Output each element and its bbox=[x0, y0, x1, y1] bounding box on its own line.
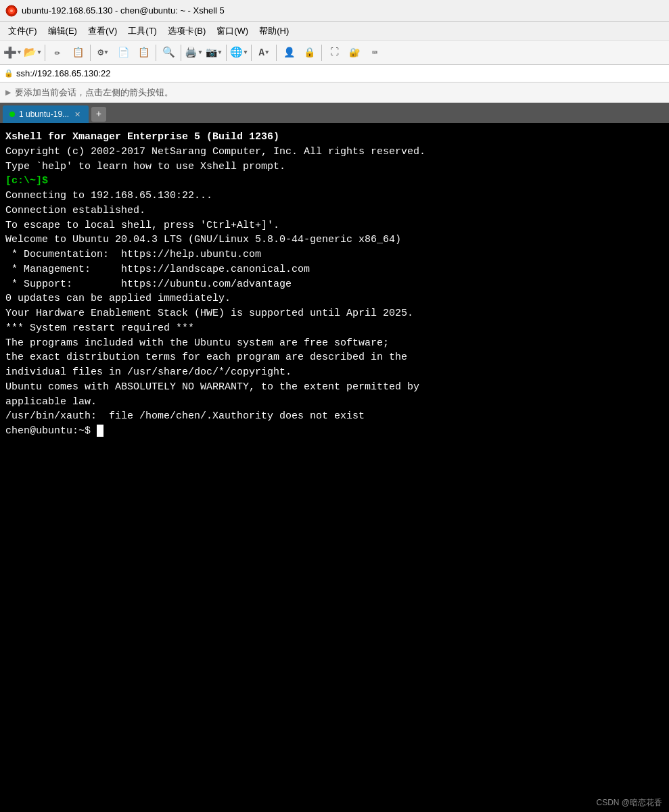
toolbar-sep-8 bbox=[321, 45, 322, 61]
terminal-line: Type `help' to learn how to use Xshell p… bbox=[5, 160, 664, 174]
window-title: ubuntu-192.168.65.130 - chen@ubuntu: ~ -… bbox=[22, 5, 225, 16]
profile2-button[interactable]: 🔒 bbox=[300, 43, 319, 62]
edit-button[interactable]: ✏️ bbox=[48, 43, 67, 62]
search-button[interactable]: 🔍 bbox=[159, 43, 178, 62]
menu-item[interactable]: 窗口(W) bbox=[211, 23, 254, 39]
tabbar: 1 ubuntu-19... ✕ + bbox=[0, 103, 669, 123]
settings-button[interactable]: ⚙️▼ bbox=[93, 43, 112, 62]
lock-icon: 🔒 bbox=[4, 69, 14, 78]
tab-label: 1 ubuntu-19... bbox=[19, 110, 69, 119]
menu-item[interactable]: 编辑(E) bbox=[43, 23, 83, 39]
terminal-line: Connecting to 192.168.65.130:22... bbox=[5, 189, 664, 204]
tab-close-button[interactable]: ✕ bbox=[73, 110, 82, 119]
open-button[interactable]: 📂▼ bbox=[23, 43, 42, 62]
paste-button[interactable]: 📋 bbox=[134, 43, 153, 62]
terminal-line: individual files in /usr/share/doc/*/cop… bbox=[5, 365, 664, 380]
terminal-line: the exact distribution terms for each pr… bbox=[5, 350, 664, 365]
toolbar-sep-5 bbox=[226, 45, 227, 61]
svg-point-2 bbox=[10, 9, 13, 12]
toolbar-sep-6 bbox=[251, 45, 252, 61]
terminal-tab[interactable]: 1 ubuntu-19... ✕ bbox=[3, 105, 89, 123]
terminal-line: [c:\~]$ bbox=[5, 174, 664, 189]
toolbar-sep-1 bbox=[45, 45, 45, 61]
font-button[interactable]: A▼ bbox=[254, 43, 273, 62]
menubar: 文件(F)编辑(E)查看(V)工具(T)选项卡(B)窗口(W)帮助(H) bbox=[0, 22, 669, 41]
infobar-message: 要添加当前会话，点击左侧的箭头按钮。 bbox=[15, 87, 173, 99]
toolbar-sep-3 bbox=[156, 45, 156, 61]
watermark: CSDN @暗恋花香 bbox=[0, 793, 669, 812]
terminal-line: /usr/bin/xauth: file /home/chen/.Xauthor… bbox=[5, 409, 664, 424]
terminal-line: * Documentation: https://help.ubuntu.com bbox=[5, 247, 664, 262]
menu-item[interactable]: 文件(F) bbox=[3, 23, 43, 39]
menu-item[interactable]: 工具(T) bbox=[122, 23, 162, 39]
terminal-line: * Support: https://ubuntu.com/advantage bbox=[5, 277, 664, 292]
terminal-area[interactable]: Xshell for Xmanager Enterprise 5 (Build … bbox=[0, 123, 669, 793]
toolbar: ➕▼ 📂▼ ✏️ 📋 ⚙️▼ 📄 📋 🔍 🖨️▼ 📷▼ 🌐▼ A▼ 👤 🔒 bbox=[0, 41, 669, 65]
tab-status-dot bbox=[9, 112, 15, 117]
terminal-line: *** System restart required *** bbox=[5, 321, 664, 336]
terminal-line: Your Hardware Enablement Stack (HWE) is … bbox=[5, 306, 664, 321]
terminal-line: Connection established. bbox=[5, 204, 664, 218]
copy-button[interactable]: 📋 bbox=[68, 43, 87, 62]
terminal-line: 0 updates can be applied immediately. bbox=[5, 291, 664, 306]
terminal-line: The programs included with the Ubuntu sy… bbox=[5, 336, 664, 351]
screenshot-button[interactable]: 📷▼ bbox=[204, 43, 223, 62]
infobar: ▶ 要添加当前会话，点击左侧的箭头按钮。 bbox=[0, 82, 669, 103]
menu-item[interactable]: 选项卡(B) bbox=[162, 23, 211, 39]
terminal-line: Ubuntu comes with ABSOLUTELY NO WARRANTY… bbox=[5, 380, 664, 395]
terminal-line: applicable law. bbox=[5, 395, 664, 410]
network-button[interactable]: 🌐▼ bbox=[229, 43, 248, 62]
arrow-icon: ▶ bbox=[5, 87, 11, 98]
terminal-line: Xshell for Xmanager Enterprise 5 (Build … bbox=[5, 130, 664, 145]
toolbar-sep-4 bbox=[181, 45, 181, 61]
toolbar-sep-2 bbox=[90, 45, 91, 61]
app-icon bbox=[5, 5, 18, 17]
cursor bbox=[97, 425, 103, 437]
terminal-line: Copyright (c) 2002-2017 NetSarang Comput… bbox=[5, 145, 664, 160]
toolbar-sep-7 bbox=[276, 45, 277, 61]
profile1-button[interactable]: 👤 bbox=[279, 43, 298, 62]
new-session-button[interactable]: ➕▼ bbox=[3, 43, 22, 62]
watermark-text: CSDN @暗恋花香 bbox=[596, 797, 662, 809]
lock-button[interactable]: 🔐 bbox=[345, 43, 364, 62]
menu-item[interactable]: 帮助(H) bbox=[254, 23, 294, 39]
titlebar: ubuntu-192.168.65.130 - chen@ubuntu: ~ -… bbox=[0, 0, 669, 22]
address-text[interactable]: ssh://192.168.65.130:22 bbox=[16, 68, 111, 78]
terminal-line: * Management: https://landscape.canonica… bbox=[5, 262, 664, 277]
addressbar: 🔒 ssh://192.168.65.130:22 bbox=[0, 65, 669, 82]
fullscreen-button[interactable]: ⛶ bbox=[325, 43, 344, 62]
keyboard-button[interactable]: ⌨️ bbox=[365, 43, 384, 62]
new-tab-button[interactable]: + bbox=[91, 107, 106, 122]
copy2-button[interactable]: 📄 bbox=[114, 43, 133, 62]
terminal-line: To escape to local shell, press 'Ctrl+Al… bbox=[5, 218, 664, 233]
menu-item[interactable]: 查看(V) bbox=[83, 23, 122, 39]
terminal-line: chen@ubuntu:~$ bbox=[5, 424, 664, 439]
print-button[interactable]: 🖨️▼ bbox=[184, 43, 203, 62]
terminal-line: Welcome to Ubuntu 20.04.3 LTS (GNU/Linux… bbox=[5, 233, 664, 247]
